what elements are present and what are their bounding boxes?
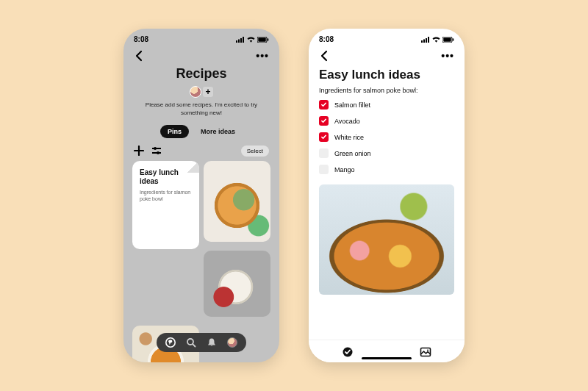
svg-point-8 [157, 151, 159, 154]
nav-bar: ••• [309, 46, 465, 63]
list-item: Avocado [319, 116, 454, 126]
list-item: White rice [319, 132, 454, 142]
add-collaborator-button[interactable]: + [203, 87, 213, 97]
list-item: Mango [319, 165, 454, 174]
svg-rect-0 [236, 40, 237, 43]
checkbox[interactable] [319, 100, 329, 110]
svg-rect-12 [421, 40, 423, 43]
note-subtitle: Ingredients for salmon poke bowl: [309, 84, 465, 100]
cellular-icon [236, 37, 245, 43]
battery-icon [442, 37, 454, 43]
ingredient-list: Salmon fillet Avocado White rice Green o… [309, 100, 465, 174]
home-indicator [362, 357, 412, 359]
svg-rect-15 [428, 37, 429, 43]
more-icon[interactable]: ••• [441, 50, 454, 62]
note-title: Easy lunch ideas [309, 63, 465, 84]
svg-rect-3 [243, 37, 244, 43]
checkbox[interactable] [319, 116, 329, 126]
svg-rect-2 [240, 38, 242, 43]
note-card-title: Easy lunch ideas [140, 168, 192, 186]
avatar[interactable] [190, 86, 201, 98]
list-item: Salmon fillet [319, 100, 454, 110]
note-image[interactable] [319, 184, 454, 295]
svg-point-7 [154, 147, 157, 150]
pin-image[interactable] [204, 161, 270, 242]
collaborators: + [123, 86, 279, 98]
notifications-icon[interactable] [207, 337, 217, 348]
pin-grid: Easy lunch ideas Ingredients for slamon … [123, 161, 279, 362]
list-item: Green onion [319, 148, 454, 158]
pinterest-icon[interactable] [165, 337, 176, 348]
status-time: 8:08 [319, 35, 334, 43]
phone-note-detail: 8:08 ••• Easy lunch ideas Ingredients fo… [309, 29, 465, 362]
svg-rect-13 [423, 39, 425, 43]
status-bar: 8:08 [309, 29, 465, 46]
checkbox[interactable] [319, 148, 329, 158]
svg-rect-6 [268, 38, 269, 40]
checkbox[interactable] [319, 132, 329, 142]
image-tab-icon[interactable] [420, 346, 431, 358]
note-card-subtitle: Ingredients for slamon poke bowl [140, 189, 192, 202]
ingredient-label: Avocado [334, 118, 360, 125]
checkbox[interactable] [319, 165, 329, 174]
status-time: 8:08 [134, 35, 148, 43]
tab-pins[interactable]: Pins [160, 125, 189, 138]
search-icon[interactable] [186, 337, 196, 348]
svg-rect-14 [426, 38, 427, 43]
ingredient-label: White rice [334, 134, 364, 141]
board-title: Recipes [123, 66, 279, 82]
battery-icon [257, 37, 269, 43]
cellular-icon [421, 37, 430, 43]
svg-rect-1 [238, 39, 240, 43]
add-pin-icon[interactable] [134, 146, 144, 156]
board-tabs: Pins More ideas [123, 125, 279, 138]
svg-rect-17 [443, 37, 451, 41]
ingredient-label: Green onion [334, 150, 371, 157]
more-icon[interactable]: ••• [256, 50, 269, 62]
select-button[interactable]: Select [241, 146, 269, 157]
status-icons [421, 37, 454, 43]
status-icons [236, 37, 269, 43]
svg-line-11 [193, 344, 196, 347]
board-description: Please add some recipes. I'm excited to … [123, 98, 279, 118]
organize-icon[interactable] [151, 146, 162, 156]
profile-avatar[interactable] [227, 337, 237, 348]
note-fold-icon [187, 161, 199, 173]
back-icon[interactable] [319, 50, 331, 62]
pin-image[interactable] [204, 251, 270, 317]
ingredient-label: Mango [334, 166, 355, 173]
svg-rect-5 [258, 37, 265, 41]
svg-rect-18 [453, 38, 454, 40]
ingredient-label: Salmon fillet [334, 101, 370, 109]
board-toolbar: Select [123, 138, 279, 161]
tab-more-ideas[interactable]: More ideas [193, 125, 243, 138]
phone-board-view: 8:08 ••• Recipes + Please add some recip… [123, 29, 279, 362]
wifi-icon [247, 37, 255, 43]
svg-point-21 [427, 350, 429, 351]
wifi-icon [432, 37, 440, 43]
note-card[interactable]: Easy lunch ideas Ingredients for slamon … [132, 161, 199, 249]
checklist-tab-icon[interactable] [342, 346, 354, 358]
bottom-nav [157, 333, 246, 352]
status-bar: 8:08 [123, 29, 279, 46]
back-icon[interactable] [134, 50, 146, 62]
nav-bar: ••• [123, 46, 279, 63]
